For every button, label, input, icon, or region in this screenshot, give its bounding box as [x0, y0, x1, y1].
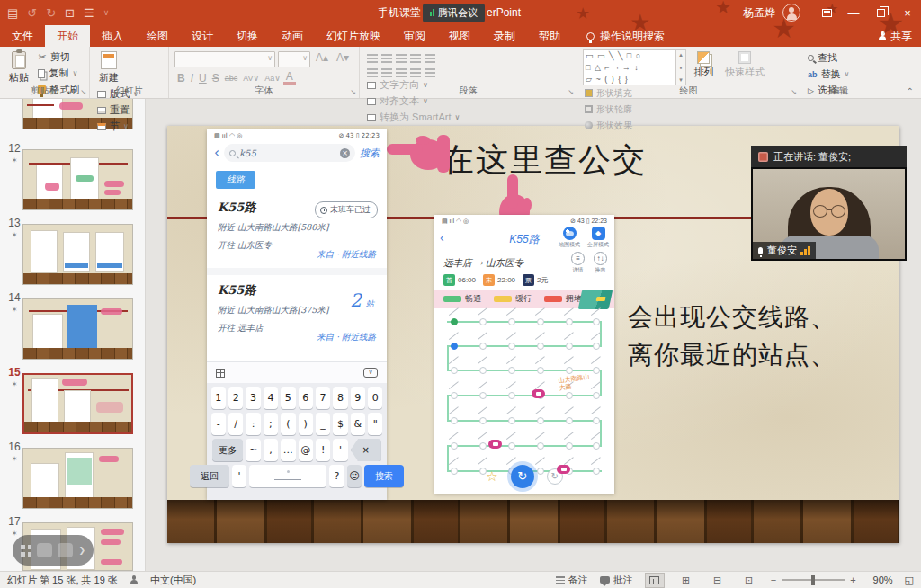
underline-icon[interactable]: U: [196, 72, 210, 85]
notes-button[interactable]: 备注: [556, 574, 588, 587]
font-color-icon[interactable]: A: [283, 72, 296, 85]
restore-button[interactable]: [867, 0, 894, 25]
thumbnail-slide-16[interactable]: [22, 448, 133, 509]
tab-file[interactable]: 文件: [0, 25, 45, 47]
new-slide-button[interactable]: 新建: [95, 49, 122, 86]
grow-font-icon[interactable]: A▴: [313, 51, 331, 67]
font-dialog-launcher[interactable]: ↘: [350, 88, 356, 96]
tab-help[interactable]: 帮助: [527, 25, 572, 47]
shrink-font-icon[interactable]: A▾: [334, 51, 352, 67]
meeting-video-header[interactable]: 正在讲话: 董俊安;: [751, 146, 907, 167]
redo-icon[interactable]: ↻: [46, 6, 56, 20]
change-case-icon[interactable]: Aa∨: [262, 74, 283, 83]
reading-view-button[interactable]: ⊟: [708, 573, 728, 588]
zoom-slider-track[interactable]: [782, 579, 845, 581]
line-spacing-icon[interactable]: [425, 54, 435, 56]
tab-insert[interactable]: 插入: [90, 25, 135, 47]
tab-design[interactable]: 设计: [180, 25, 225, 47]
tab-draw[interactable]: 绘图: [135, 25, 180, 47]
section-button[interactable]: 节∨: [97, 119, 139, 134]
ribbon-display-options-button[interactable]: [813, 0, 840, 25]
drawing-dialog-launcher[interactable]: ↘: [791, 88, 797, 96]
close-button[interactable]: ×: [894, 0, 921, 25]
start-slideshow-icon[interactable]: ⊡: [65, 6, 75, 20]
tab-slideshow[interactable]: 幻灯片放映: [315, 25, 392, 47]
tab-record[interactable]: 录制: [482, 25, 527, 47]
meeting-toolbar-button[interactable]: [58, 543, 73, 557]
language-indicator[interactable]: 中文(中国): [150, 574, 196, 587]
zoom-slider-thumb[interactable]: [811, 575, 815, 585]
copy-button[interactable]: 复制∨: [38, 66, 79, 81]
font-size-combo[interactable]: [278, 51, 310, 67]
tab-home[interactable]: 开始: [45, 25, 90, 47]
save-icon[interactable]: ▤: [7, 6, 18, 20]
replace-button[interactable]: ab替换∨: [808, 67, 849, 82]
numbering-icon[interactable]: [381, 54, 392, 56]
bullets-icon[interactable]: [367, 54, 378, 56]
tencent-meeting-mini-bar[interactable]: 腾讯会议: [423, 4, 485, 22]
comments-button[interactable]: 批注: [600, 574, 633, 587]
italic-icon[interactable]: I: [188, 72, 196, 85]
minimize-button[interactable]: —: [840, 0, 867, 25]
chevron-right-icon[interactable]: ❯: [78, 546, 85, 555]
columns-icon[interactable]: [425, 68, 435, 70]
account-avatar[interactable]: [782, 4, 800, 22]
shape-outline-button[interactable]: 形状轮廓: [585, 102, 644, 117]
paste-button[interactable]: 粘贴: [5, 49, 32, 86]
thumbnail-slide-13[interactable]: [22, 224, 133, 285]
shapes-gallery-scrollbar[interactable]: ▴▪▾: [676, 49, 686, 85]
bold-icon[interactable]: B: [174, 72, 188, 85]
touch-mode-icon[interactable]: ☰: [84, 6, 94, 20]
convert-smartart-button[interactable]: 转换为 SmartArt∨: [367, 110, 473, 125]
strikethrough-icon[interactable]: S: [210, 72, 222, 85]
accessibility-icon[interactable]: [130, 575, 138, 584]
shapes-gallery[interactable]: ▭ ▭ ╲ ╲ □ ○□ △ ⌐ ¬ → ↓▱ ~ ( ) { }: [583, 49, 676, 85]
paragraph-dialog-launcher[interactable]: ↘: [568, 88, 574, 96]
arrange-button[interactable]: 排列: [690, 49, 717, 81]
slide-heading-textbox[interactable]: 在这里查公交: [442, 138, 647, 183]
align-left-icon[interactable]: [367, 68, 378, 70]
reset-button[interactable]: 重置: [97, 102, 139, 118]
cut-button[interactable]: 剪切: [38, 49, 79, 65]
align-right-icon[interactable]: [396, 68, 407, 70]
font-name-combo[interactable]: [174, 51, 275, 67]
customize-qat-chevron-icon[interactable]: ∨: [103, 8, 110, 17]
slide-counter: 幻灯片 第 15 张, 共 19 张: [7, 574, 118, 587]
justify-icon[interactable]: [410, 68, 421, 70]
account-name[interactable]: 杨孟烨: [743, 5, 775, 21]
thumbnail-slide-12[interactable]: [22, 149, 133, 210]
tab-view[interactable]: 视图: [437, 25, 482, 47]
slideshow-view-button[interactable]: ⊡: [739, 573, 759, 588]
meeting-toolbar-button[interactable]: [37, 543, 52, 557]
slide-note-textbox[interactable]: 会出现公交线路、 离你最近的站点、: [628, 298, 836, 374]
increase-indent-icon[interactable]: [410, 54, 421, 56]
phone-screenshot-bus-search[interactable]: ▤ ııl ◠ ◎ ⊘ 43 ▯ 22:23 ‹ k55 × 搜索 线路 K55…: [207, 129, 387, 500]
phone-screenshot-route-detail[interactable]: ▤ ııl ◠ ◎ ⊘ 43 ▯ 22:23 ‹ K55路 地图模式 ◆全屏模式…: [434, 215, 614, 494]
zoom-in-button[interactable]: +: [850, 575, 855, 585]
zoom-percentage[interactable]: 90%: [868, 575, 893, 585]
tab-animations[interactable]: 动画: [270, 25, 315, 47]
shadow-icon[interactable]: abc: [222, 74, 241, 83]
thumbnail-slide-15-selected[interactable]: [22, 373, 133, 434]
find-button[interactable]: 查找: [808, 50, 849, 66]
undo-icon[interactable]: ↺: [27, 6, 37, 20]
meeting-floating-toolbar[interactable]: ❯: [13, 535, 94, 566]
meeting-grid-icon[interactable]: [21, 545, 31, 557]
shape-effects-button[interactable]: 形状效果: [585, 118, 644, 133]
zoom-out-button[interactable]: −: [771, 575, 776, 585]
meeting-video-window[interactable]: 正在讲话: 董俊安; 董俊安: [751, 146, 907, 261]
tell-me-search[interactable]: 操作说明搜索: [586, 25, 665, 47]
webcam-video-frame[interactable]: 董俊安: [751, 167, 907, 261]
collapse-ribbon-button[interactable]: ⌃: [907, 86, 914, 96]
fit-to-window-button[interactable]: ◱: [905, 575, 914, 586]
thumbnail-slide-14[interactable]: [22, 298, 133, 360]
align-center-icon[interactable]: [381, 68, 392, 70]
normal-view-button[interactable]: [645, 573, 665, 588]
clipboard-dialog-launcher[interactable]: ↘: [80, 88, 86, 96]
tab-transitions[interactable]: 切换: [225, 25, 270, 47]
character-spacing-icon[interactable]: AV∨: [240, 74, 262, 83]
quick-styles-button[interactable]: 快速样式: [721, 49, 768, 81]
slide-sorter-view-button[interactable]: ⊞: [676, 573, 696, 588]
decrease-indent-icon[interactable]: [396, 54, 407, 56]
tab-review[interactable]: 审阅: [392, 25, 437, 47]
